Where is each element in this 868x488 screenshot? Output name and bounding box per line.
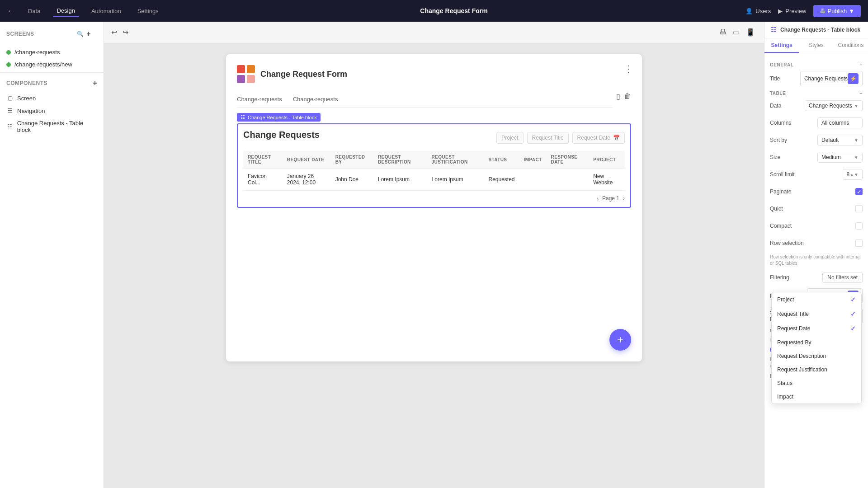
redo-button[interactable]: ↪ [123,28,128,37]
check-project-icon: ✓ [850,296,856,303]
component-table-block[interactable]: ☷ Change Requests - Table block [0,117,104,136]
form-tab-2[interactable]: Change-requests [293,92,338,107]
cell-project: New Website [589,169,625,191]
table-pagination: ‹ Page 1 › [243,191,625,202]
tab-styles[interactable]: Styles [799,38,833,53]
component-navigation[interactable]: ☰ Navigation [0,104,104,117]
scroll-limit-stepper[interactable]: ▲▼ [849,172,859,177]
right-panel-header: ☷ Change Requests - Table block [764,22,868,38]
publish-button[interactable]: 🖶 Publish ▼ [813,5,861,17]
dropdown-item-request-title[interactable]: Request Title ✓ [772,307,861,321]
dropdown-item-request-description[interactable]: Request Description [772,349,861,363]
table-header-row: Request Title Request Date Requested By … [243,151,625,169]
add-component-button[interactable]: + [93,79,97,87]
filtering-button[interactable]: No filters set [822,272,863,283]
size-setting: Size Medium ▼ [770,151,863,164]
right-panel: ☷ Change Requests - Table block Settings… [764,22,868,488]
size-select[interactable]: Medium ▼ [817,152,863,163]
col-status: Status [484,151,519,169]
dropdown-item-status[interactable]: Status [772,376,861,390]
page-title: Change Request Form [170,7,739,14]
table-section-label: TABLE − [770,91,863,96]
table-block-header-icon: ☷ [771,26,777,33]
paginate-checkbox[interactable]: ✓ [855,188,863,195]
cell-request-title: Favicon Col... [243,169,283,191]
request-title-filter[interactable]: Request Title [527,132,569,144]
tab-conditions[interactable]: Conditions [834,38,868,53]
table-icon: ☷ [6,123,14,130]
form-tab-1[interactable]: Change-requests [237,92,282,107]
copy-icon[interactable]: ▯ [616,92,620,108]
scroll-limit-input[interactable]: 8 ▲▼ [843,169,863,180]
tablet-view-button[interactable]: ▭ [731,26,741,38]
row-selection-checkbox[interactable] [855,239,863,247]
form-card: Change Request Form ⋮ Change-requests Ch… [226,54,642,361]
mobile-view-button[interactable]: 📱 [744,26,757,38]
tab-automation[interactable]: Automation [88,6,125,16]
tab-settings[interactable]: Settings [134,6,162,16]
dropdown-item-project[interactable]: Project ✓ [772,292,861,307]
users-button[interactable]: 👤 Users [745,8,771,14]
form-actions-bar: Change-requests Change-requests ▯ 🗑 [237,92,631,108]
prev-page-button[interactable]: ‹ [597,195,599,202]
screen-item-change-requests[interactable]: /change-requests [0,46,104,58]
form-header: Change Request Form ⋮ [237,65,631,83]
form-logo [237,65,255,83]
screens-actions: 🔍 + [71,26,97,42]
back-button[interactable]: ← [7,6,15,16]
title-lightning-button[interactable]: ⚡ [848,73,859,84]
topbar: ← Data Design Automation Settings Change… [0,0,868,22]
fab-button[interactable]: + [609,329,631,351]
check-request-title-icon: ✓ [850,310,856,318]
desktop-view-button[interactable]: 🖶 [717,26,728,38]
dropdown-item-requested-by[interactable]: Requested By [772,336,861,349]
preview-button[interactable]: ▶ Preview [778,8,806,14]
form-tabs: Change-requests Change-requests [237,92,613,108]
size-arrow-icon: ▼ [854,155,859,160]
compact-checkbox[interactable] [855,222,863,230]
data-select[interactable]: Change Requests ▼ [805,100,863,111]
table-heading: Change Requests [243,130,320,140]
search-icon[interactable]: 🔍 [77,31,84,37]
tab-design[interactable]: Design [53,5,78,17]
col-request-justification: Request Justification [427,151,484,169]
add-screen-button[interactable]: + [86,30,91,38]
quiet-checkbox[interactable] [855,205,863,212]
search-fields-dropdown[interactable]: Project ✓ Request Title ✓ Request Date ✓… [771,292,862,404]
quiet-setting: Quiet [770,202,863,215]
page-label: Page 1 [602,195,619,202]
collapse-table-icon[interactable]: − [860,91,863,96]
center-canvas: ↩ ↪ 🖶 ▭ 📱 Change Request F [104,22,764,488]
tab-settings[interactable]: Settings [764,38,799,53]
table-block-icon: ☷ [241,114,245,120]
columns-select[interactable]: All columns [817,117,863,128]
collapse-icon[interactable]: − [860,62,863,67]
tab-data[interactable]: Data [24,6,44,16]
screen-item-change-requests-new[interactable]: /change-requests/new [0,58,104,70]
svg-rect-1 [247,65,255,73]
sort-by-select[interactable]: Default ▼ [817,135,863,145]
form-dots-menu[interactable]: ⋮ [624,63,633,74]
dropdown-item-impact[interactable]: Impact [772,390,861,404]
component-screen[interactable]: ▢ Screen [0,92,104,104]
cell-impact [519,169,547,191]
title-input[interactable]: Change Requests ⚡ [800,71,863,86]
project-filter[interactable]: Project [496,132,523,144]
request-date-filter[interactable]: Request Date 📅 [572,132,625,144]
publish-icon: 🖶 [820,8,826,14]
col-impact: Impact [519,151,547,169]
table-row[interactable]: Favicon Col... January 26 2024, 12:00 Jo… [243,169,625,191]
delete-icon[interactable]: 🗑 [624,92,631,108]
table-block-label: ☷ Change Requests - Table block [237,113,321,122]
view-buttons: 🖶 ▭ 📱 [717,26,757,38]
canvas-area: Change Request Form ⋮ Change-requests Ch… [104,43,764,488]
main-layout: Screens 🔍 + /change-requests /change-req… [0,22,868,488]
dropdown-item-request-justification[interactable]: Request Justification [772,363,861,376]
row-selection-help: Row selection is only compatible with in… [770,254,863,267]
undo-button[interactable]: ↩ [111,28,117,37]
col-requested-by: Requested By [331,151,373,169]
dropdown-item-request-date[interactable]: Request Date ✓ [772,321,861,336]
col-request-description: Request Description [373,151,427,169]
col-request-title: Request Title [243,151,283,169]
next-page-button[interactable]: › [623,195,625,202]
